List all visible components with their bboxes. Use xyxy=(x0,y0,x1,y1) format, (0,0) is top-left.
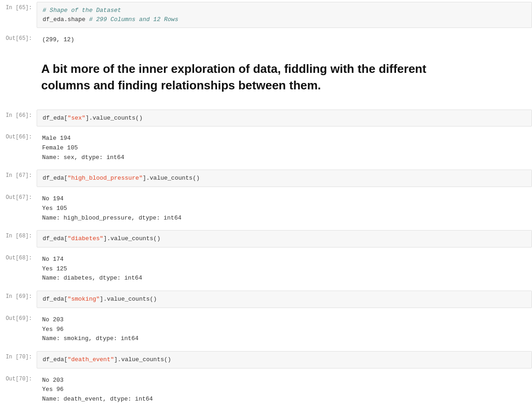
code-prefix-69: df_eda[ xyxy=(43,296,68,302)
code-prefix-67: df_eda[ xyxy=(43,175,68,182)
code-string-70: "death_event" xyxy=(68,356,114,363)
code-prefix-68: df_eda[ xyxy=(43,235,68,242)
code-line-1: # Shape of the Dataset xyxy=(43,6,526,15)
cell-70-input: In [70]: df_eda["death_event"].value_cou… xyxy=(0,349,532,370)
output-66-1: Male 194 xyxy=(42,134,527,143)
code-suffix-68: ].value_counts() xyxy=(103,235,161,242)
out-label-67: Out[67]: xyxy=(0,190,37,227)
code-prefix-70: df_eda[ xyxy=(43,356,68,363)
cell-65-content: # Shape of the Dataset df_eda.shape # 29… xyxy=(37,0,532,30)
output-69-3: Name: smoking, dtype: int64 xyxy=(42,334,527,344)
cell-68-output-content: No 174 Yes 125 Name: diabetes, dtype: in… xyxy=(37,250,532,288)
cell-65-output-content: (299, 12) xyxy=(37,31,532,50)
markdown-cell: A bit more of the inner exploration of d… xyxy=(37,56,532,103)
code-box-67[interactable]: df_eda["high_blood_pressure"].value_coun… xyxy=(37,170,532,187)
code-line-69: df_eda["smoking"].value_counts() xyxy=(43,295,526,304)
cell-70-content: df_eda["death_event"].value_counts() xyxy=(37,349,532,370)
output-68-3: Name: diabetes, dtype: int64 xyxy=(42,274,527,283)
code-suffix-69: ].value_counts() xyxy=(100,296,157,302)
code-line-68: df_eda["diabetes"].value_counts() xyxy=(43,234,526,243)
output-70-3: Name: death_event, dtype: int64 xyxy=(42,395,527,404)
in-label-66: In [66]: xyxy=(0,108,37,129)
in-label-68: In [68]: xyxy=(0,228,37,249)
code-box-68[interactable]: df_eda["diabetes"].value_counts() xyxy=(37,230,532,248)
code-suffix-66: ].value_counts() xyxy=(86,115,143,121)
code-string-67: "high_blood_pressure" xyxy=(68,175,143,182)
cell-69-input: In [69]: df_eda["smoking"].value_counts(… xyxy=(0,289,532,310)
cell-66-output: Out[66]: Male 194 Female 105 Name: sex, … xyxy=(0,129,532,167)
cell-67-content: df_eda["high_blood_pressure"].value_coun… xyxy=(37,168,532,189)
output-69-2: Yes 96 xyxy=(42,325,527,335)
cell-68-output: Out[68]: No 174 Yes 125 Name: diabetes, … xyxy=(0,250,532,288)
code-box-70[interactable]: df_eda["death_event"].value_counts() xyxy=(37,351,532,368)
in-label-65: In [65]: xyxy=(0,0,37,30)
out-label-68: Out[68]: xyxy=(0,250,37,288)
code-box-69[interactable]: df_eda["smoking"].value_counts() xyxy=(37,291,532,308)
output-67-2: Yes 105 xyxy=(42,204,527,214)
out-label-69: Out[69]: xyxy=(0,311,37,348)
code-string-66: "sex" xyxy=(68,115,86,121)
output-67-3: Name: high_blood_pressure, dtype: int64 xyxy=(42,214,527,223)
cell-66-input: In [66]: df_eda["sex"].value_counts() xyxy=(0,108,532,129)
code-suffix-67: ].value_counts() xyxy=(142,175,200,182)
cell-70-output: Out[70]: No 203 Yes 96 Name: death_event… xyxy=(0,371,532,409)
out-label-65: Out[65]: xyxy=(0,31,37,50)
cell-66-output-content: Male 194 Female 105 Name: sex, dtype: in… xyxy=(37,129,532,167)
cell-66-content: df_eda["sex"].value_counts() xyxy=(37,108,532,129)
output-66-2: Female 105 xyxy=(42,143,527,153)
in-label-67: In [67]: xyxy=(0,168,37,189)
output-box-67: No 194 Yes 105 Name: high_blood_pressure… xyxy=(37,192,532,226)
code-string-69: "smoking" xyxy=(68,296,100,302)
spacer-1 xyxy=(0,50,532,56)
cell-67-input: In [67]: df_eda["high_blood_pressure"].v… xyxy=(0,168,532,189)
cell-69-output: Out[69]: No 203 Yes 96 Name: smoking, dt… xyxy=(0,311,532,348)
output-box-70: No 203 Yes 96 Name: death_event, dtype: … xyxy=(37,373,532,407)
comment-1: # Shape of the Dataset xyxy=(43,7,121,14)
markdown-heading: A bit more of the inner exploration of d… xyxy=(41,60,527,94)
code-line-66: df_eda["sex"].value_counts() xyxy=(43,114,526,123)
code-box-65[interactable]: # Shape of the Dataset df_eda.shape # 29… xyxy=(37,2,532,28)
out-label-70: Out[70]: xyxy=(0,371,37,409)
output-70-2: Yes 96 xyxy=(42,385,527,395)
cell-68-input: In [68]: df_eda["diabetes"].value_counts… xyxy=(0,228,532,249)
code-suffix-70: ].value_counts() xyxy=(114,356,171,363)
code-prefix-66: df_eda[ xyxy=(43,115,68,121)
output-66-3: Name: sex, dtype: int64 xyxy=(42,153,527,163)
cell-69-content: df_eda["smoking"].value_counts() xyxy=(37,289,532,310)
output-box-65: (299, 12) xyxy=(37,33,532,48)
cell-67-output-content: No 194 Yes 105 Name: high_blood_pressure… xyxy=(37,190,532,227)
code-box-66[interactable]: df_eda["sex"].value_counts() xyxy=(37,110,532,127)
output-box-66: Male 194 Female 105 Name: sex, dtype: in… xyxy=(37,131,532,165)
cell-70-output-content: No 203 Yes 96 Name: death_event, dtype: … xyxy=(37,371,532,409)
output-67-1: No 194 xyxy=(42,194,527,204)
cell-69-output-content: No 203 Yes 96 Name: smoking, dtype: int6… xyxy=(37,311,532,348)
out-label-66: Out[66]: xyxy=(0,129,37,167)
output-68-1: No 174 xyxy=(42,255,527,264)
output-line-65-1: (299, 12) xyxy=(42,35,527,45)
cell-67-output: Out[67]: No 194 Yes 105 Name: high_blood… xyxy=(0,190,532,227)
output-69-1: No 203 xyxy=(42,315,527,325)
code-string-68: "diabetes" xyxy=(68,235,103,242)
cell-65-input: In [65]: # Shape of the Dataset df_eda.s… xyxy=(0,0,532,30)
cell-65-output: Out[65]: (299, 12) xyxy=(0,31,532,50)
code-line-2: df_eda.shape # 299 Columns and 12 Rows xyxy=(43,15,526,24)
in-label-69: In [69]: xyxy=(0,289,37,310)
inline-comment-2: # 299 Columns and 12 Rows xyxy=(89,16,178,23)
code-line-70: df_eda["death_event"].value_counts() xyxy=(43,355,526,364)
output-box-68: No 174 Yes 125 Name: diabetes, dtype: in… xyxy=(37,252,532,286)
code-line-67: df_eda["high_blood_pressure"].value_coun… xyxy=(43,174,526,183)
output-box-69: No 203 Yes 96 Name: smoking, dtype: int6… xyxy=(37,313,532,346)
in-label-70: In [70]: xyxy=(0,349,37,370)
output-68-2: Yes 125 xyxy=(42,264,527,274)
notebook: In [65]: # Shape of the Dataset df_eda.s… xyxy=(0,0,532,409)
code-text-2: df_eda.shape xyxy=(43,16,89,23)
output-70-1: No 203 xyxy=(42,376,527,385)
cell-68-content: df_eda["diabetes"].value_counts() xyxy=(37,228,532,249)
